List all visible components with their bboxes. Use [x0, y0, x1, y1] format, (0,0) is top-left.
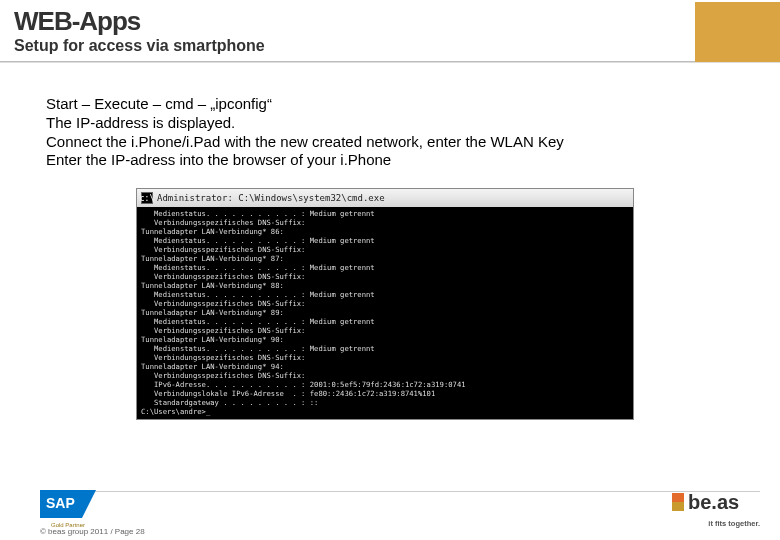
slide-header: WEB-Apps Setup for access via smartphone [0, 0, 780, 63]
instruction-line: Start – Execute – cmd – „ipconfig“ [46, 95, 740, 114]
cmd-line: Tunneladapter LAN-Verbindung* 86: [141, 227, 629, 236]
cmd-line: C:\Users\andre>_ [141, 407, 629, 416]
cmd-line: Medienstatus. . . . . . . . . . . : Medi… [141, 209, 629, 218]
cmd-line: Verbindungsspezifisches DNS-Suffix: [141, 299, 629, 308]
cmd-line: Verbindungsspezifisches DNS-Suffix: [141, 218, 629, 227]
cmd-window: c:\ Administrator: C:\Windows\system32\c… [136, 188, 634, 420]
cmd-titlebar: c:\ Administrator: C:\Windows\system32\c… [137, 189, 633, 207]
cmd-line: Verbindungsspezifisches DNS-Suffix: [141, 353, 629, 362]
instruction-line: Enter the IP-adress into the browser of … [46, 151, 740, 170]
cmd-line: Tunneladapter LAN-Verbindung* 90: [141, 335, 629, 344]
instruction-line: Connect the i.Phone/i.Pad with the new c… [46, 133, 740, 152]
divider [0, 61, 780, 63]
cmd-line: Medienstatus. . . . . . . . . . . : Medi… [141, 344, 629, 353]
cmd-line: Verbindungsspezifisches DNS-Suffix: [141, 245, 629, 254]
content-area: Start – Execute – cmd – „ipconfig“ The I… [0, 63, 780, 420]
cmd-line: Tunneladapter LAN-Verbindung* 89: [141, 308, 629, 317]
cmd-line: Medienstatus. . . . . . . . . . . : Medi… [141, 317, 629, 326]
cmd-icon: c:\ [141, 192, 153, 204]
svg-text:be.as: be.as [688, 491, 739, 513]
cmd-line: Medienstatus. . . . . . . . . . . : Medi… [141, 263, 629, 272]
cmd-line: Tunneladapter LAN-Verbindung* 88: [141, 281, 629, 290]
decorative-gold-box [695, 2, 780, 62]
cmd-line: Standardgateway . . . . . . . . . : :: [141, 398, 629, 407]
cmd-line: Medienstatus. . . . . . . . . . . : Medi… [141, 290, 629, 299]
page-subtitle: Setup for access via smartphone [0, 37, 780, 59]
page-title: WEB-Apps [0, 0, 780, 37]
cmd-line: Medienstatus. . . . . . . . . . . : Medi… [141, 236, 629, 245]
cmd-line: Verbindungslokale IPv6-Adresse . : fe80:… [141, 389, 629, 398]
cmd-title-text: Administrator: C:\Windows\system32\cmd.e… [157, 193, 385, 203]
instruction-line: The IP-address is displayed. [46, 114, 740, 133]
copyright-text: © beas group 2011 / Page 28 [40, 527, 145, 536]
cmd-line: IPv6-Adresse. . . . . . . . . . . : 2001… [141, 380, 629, 389]
cmd-line: Verbindungsspezifisches DNS-Suffix: [141, 326, 629, 335]
svg-rect-3 [672, 493, 684, 502]
cmd-line: Tunneladapter LAN-Verbindung* 87: [141, 254, 629, 263]
cmd-output: Medienstatus. . . . . . . . . . . : Medi… [137, 207, 633, 419]
cmd-line: Tunneladapter LAN-Verbindung* 94: [141, 362, 629, 371]
svg-text:SAP: SAP [46, 495, 75, 511]
sap-partner-logo: SAP Gold Partner [40, 490, 96, 524]
footer-divider [40, 491, 760, 492]
beas-tagline: it fits together. [672, 519, 760, 528]
cmd-line: Verbindungsspezifisches DNS-Suffix: [141, 272, 629, 281]
beas-logo: be.as it fits together. [672, 489, 760, 528]
cmd-line: Verbindungsspezifisches DNS-Suffix: [141, 371, 629, 380]
footer: SAP Gold Partner © beas group 2011 / Pag… [40, 486, 760, 534]
